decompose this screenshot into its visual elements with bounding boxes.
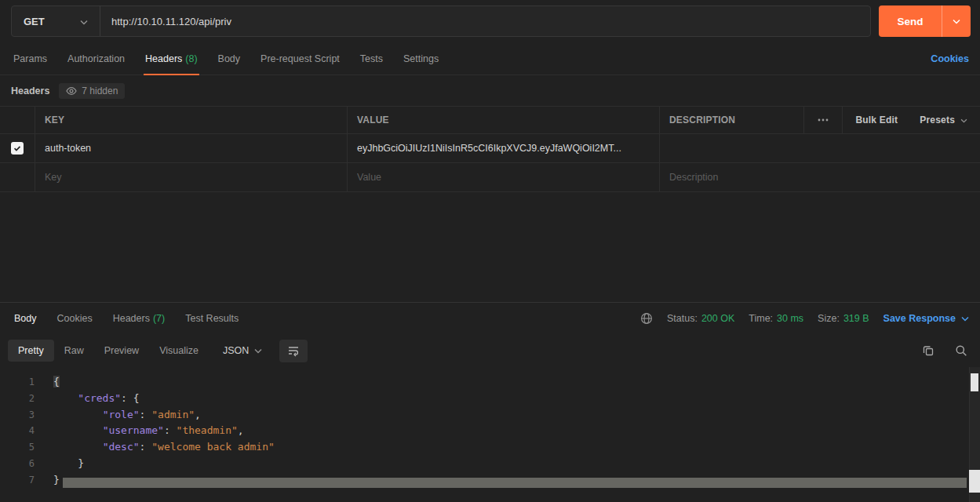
header-key-cell[interactable]: Key bbox=[35, 163, 348, 191]
json-punctuation: , bbox=[238, 424, 244, 436]
line-number: 1 bbox=[0, 374, 35, 391]
response-body-actions bbox=[922, 344, 967, 357]
column-header-value: VALUE bbox=[348, 107, 660, 133]
vertical-scrollbar-track[interactable] bbox=[969, 367, 980, 502]
json-punctuation: } bbox=[53, 457, 84, 469]
format-label: JSON bbox=[223, 345, 249, 356]
json-punctuation: : bbox=[140, 441, 152, 453]
code-line: 1{ bbox=[0, 374, 980, 391]
line-number: 5 bbox=[0, 439, 35, 456]
view-visualize-button[interactable]: Visualize bbox=[149, 340, 209, 362]
header-value-cell[interactable]: Value bbox=[348, 163, 660, 191]
cookies-link[interactable]: Cookies bbox=[931, 53, 969, 64]
header-value-cell[interactable]: eyJhbGciOiJIUzI1NiIsInR5cCI6IkpXVCJ9.eyJ… bbox=[348, 134, 660, 162]
status-label: Status: bbox=[667, 313, 698, 324]
header-description-cell[interactable] bbox=[660, 134, 980, 162]
response-tab-test-results[interactable]: Test Results bbox=[177, 313, 246, 324]
method-select[interactable]: GET bbox=[12, 6, 100, 36]
json-key: "desc" bbox=[103, 441, 140, 453]
code-line: 2 "creds": { bbox=[0, 391, 980, 407]
tab-headers[interactable]: Headers (8) bbox=[136, 43, 207, 75]
method-label: GET bbox=[24, 16, 45, 27]
network-info-icon[interactable] bbox=[640, 312, 653, 325]
headers-section-title: Headers bbox=[11, 85, 49, 96]
headers-section-header: Headers 7 hidden bbox=[0, 75, 980, 106]
tab-pre-request-script[interactable]: Pre-request Script bbox=[251, 43, 349, 75]
save-response-button[interactable]: Save Response bbox=[883, 313, 969, 324]
hidden-headers-toggle[interactable]: 7 hidden bbox=[59, 83, 125, 99]
code-line: 3 "role": "admin", bbox=[0, 407, 980, 424]
json-punctuation: : bbox=[164, 424, 177, 436]
description-label: DESCRIPTION bbox=[669, 115, 735, 126]
code-line: 6 } bbox=[0, 456, 980, 472]
row-checkbox-cell bbox=[0, 163, 35, 191]
scrollbar-corner[interactable] bbox=[969, 470, 980, 493]
json-string: "theadmin" bbox=[177, 424, 238, 436]
search-button[interactable] bbox=[955, 344, 967, 357]
json-punctuation: : bbox=[140, 409, 152, 420]
ellipsis-icon bbox=[817, 114, 829, 126]
value-placeholder: Value bbox=[357, 172, 381, 183]
response-status: Status: 200 OK bbox=[667, 313, 734, 324]
column-header-description: DESCRIPTION Bulk Edit Presets bbox=[660, 107, 980, 133]
horizontal-scrollbar[interactable] bbox=[63, 478, 967, 488]
row-checkbox[interactable] bbox=[11, 142, 24, 155]
key-placeholder: Key bbox=[45, 172, 62, 183]
tab-body[interactable]: Body bbox=[209, 43, 250, 75]
empty-area bbox=[0, 192, 980, 302]
time-label: Time: bbox=[749, 313, 773, 324]
response-tabs: Body Cookies Headers (7) Test Results St… bbox=[0, 303, 980, 334]
header-description-cell[interactable]: Description bbox=[660, 163, 980, 191]
url-input[interactable] bbox=[100, 6, 870, 36]
json-key: "role" bbox=[103, 409, 140, 420]
tab-params[interactable]: Params bbox=[4, 43, 56, 75]
line-number: 2 bbox=[0, 391, 35, 407]
copy-button[interactable] bbox=[922, 344, 934, 357]
format-select[interactable]: JSON bbox=[215, 340, 270, 362]
json-punctuation bbox=[53, 424, 103, 436]
send-button[interactable]: Send bbox=[879, 5, 942, 37]
code-line: 4 "username": "theadmin", bbox=[0, 423, 980, 439]
response-meta: Status: 200 OK Time: 30 ms Size: 319 B S… bbox=[640, 312, 969, 325]
wrap-text-button[interactable] bbox=[279, 340, 308, 362]
view-preview-button[interactable]: Preview bbox=[94, 340, 149, 362]
response-tab-headers[interactable]: Headers (7) bbox=[105, 313, 173, 324]
tab-tests[interactable]: Tests bbox=[351, 43, 392, 75]
header-key-cell[interactable]: auth-token bbox=[35, 134, 348, 162]
json-punctuation: , bbox=[195, 409, 201, 420]
request-tabs: Params Authorization Headers (8) Body Pr… bbox=[0, 43, 980, 75]
header-row-empty: Key Value Description bbox=[0, 162, 980, 191]
response-tab-body[interactable]: Body bbox=[6, 313, 45, 324]
json-string: "welcome back admin" bbox=[151, 441, 275, 453]
line-number: 4 bbox=[0, 423, 35, 439]
presets-button[interactable]: Presets bbox=[910, 115, 971, 126]
headers-table: KEY VALUE DESCRIPTION Bulk Edit Presets bbox=[0, 106, 980, 192]
tab-settings[interactable]: Settings bbox=[394, 43, 448, 75]
table-header-controls: Bulk Edit Presets bbox=[803, 107, 971, 133]
response-tab-cookies[interactable]: Cookies bbox=[49, 313, 100, 324]
line-number: 3 bbox=[0, 407, 35, 424]
view-raw-button[interactable]: Raw bbox=[54, 340, 94, 362]
row-checkbox-cell bbox=[0, 134, 35, 162]
send-button-group: Send bbox=[879, 5, 971, 37]
size-label: Size: bbox=[818, 313, 840, 324]
column-header-key: KEY bbox=[35, 107, 348, 133]
json-string: "admin" bbox=[151, 409, 195, 420]
chevron-down-icon bbox=[960, 115, 967, 126]
more-options-button[interactable] bbox=[804, 107, 842, 133]
vertical-scrollbar-thumb[interactable] bbox=[971, 373, 978, 391]
line-number: 7 bbox=[0, 472, 35, 489]
response-body-toolbar: Pretty Raw Preview Visualize JSON bbox=[0, 334, 980, 367]
send-options-button[interactable] bbox=[942, 5, 971, 37]
json-key: "creds" bbox=[78, 392, 121, 404]
response-size: Size: 319 B bbox=[818, 313, 869, 324]
response-body-viewer[interactable]: 1{ 2 "creds": { 3 "role": "admin", 4 "us… bbox=[0, 367, 980, 502]
view-pretty-button[interactable]: Pretty bbox=[8, 340, 54, 362]
json-punctuation: { bbox=[133, 392, 140, 404]
response-section: Body Cookies Headers (7) Test Results St… bbox=[0, 302, 980, 502]
header-key-value: auth-token bbox=[45, 143, 91, 154]
bulk-edit-button[interactable]: Bulk Edit bbox=[843, 107, 910, 133]
tab-authorization[interactable]: Authorization bbox=[58, 43, 134, 75]
check-icon bbox=[13, 144, 22, 153]
json-punctuation bbox=[53, 392, 78, 404]
